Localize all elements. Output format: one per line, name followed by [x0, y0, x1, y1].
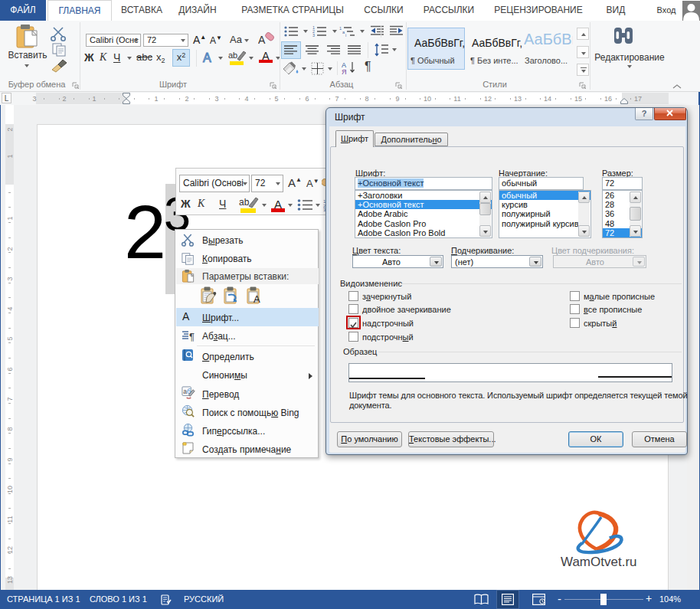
svg-text:ab: ab [228, 51, 237, 60]
svg-text:ab: ab [239, 197, 250, 208]
svg-text:¶: ¶ [189, 331, 195, 342]
svg-text:А: А [254, 293, 260, 305]
svg-text:А: А [203, 51, 211, 64]
svg-text:А: А [258, 34, 266, 46]
